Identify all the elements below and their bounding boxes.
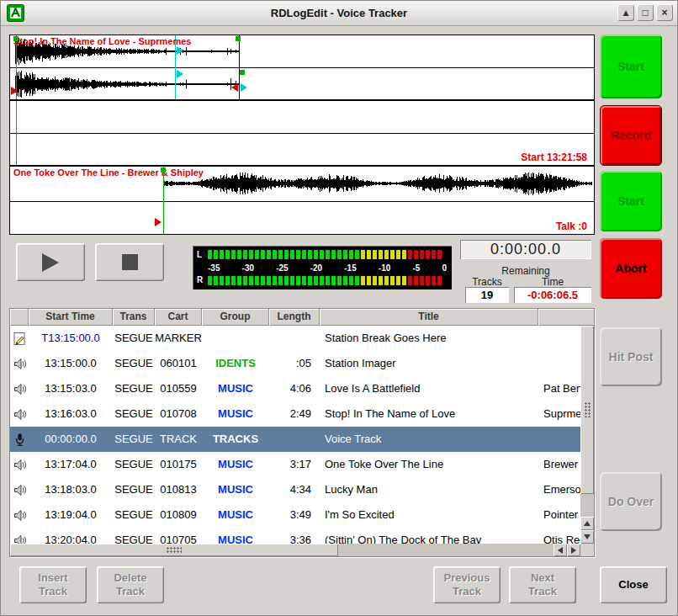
- close-button[interactable]: ×: [656, 4, 673, 21]
- led-segment: [225, 276, 230, 285]
- led-segment: [331, 276, 336, 285]
- shade-button[interactable]: ▴: [617, 4, 634, 21]
- maximize-button[interactable]: □: [637, 4, 654, 21]
- voice-track-panel[interactable]: Start 13:21:58: [9, 100, 595, 166]
- scroll-left-button[interactable]: [554, 544, 567, 556]
- meter-left-leds: [208, 250, 447, 259]
- play-button[interactable]: [16, 243, 85, 281]
- segue-marker-handle[interactable]: [161, 167, 166, 173]
- led-segment: [273, 250, 277, 259]
- start-marker-handle[interactable]: [13, 36, 19, 41]
- speaker-icon: [13, 483, 27, 497]
- end-marker-line[interactable]: [239, 35, 240, 99]
- start-marker-arrow[interactable]: [11, 87, 18, 95]
- audio-level-meter: L R -35-30-25-20-15-10-50: [193, 246, 452, 289]
- led-segment: [308, 250, 312, 259]
- insert-track-button[interactable]: Insert Track: [19, 566, 87, 603]
- column-header-icon[interactable]: [10, 309, 29, 326]
- do-over-button[interactable]: Do Over: [600, 472, 662, 531]
- log-row[interactable]: 13:19:04.0SEGUE010809MUSIC3:49I'm So Exc…: [10, 502, 580, 528]
- close-button[interactable]: Close: [600, 566, 667, 603]
- end-marker-handle[interactable]: [240, 70, 245, 75]
- led-segment: [326, 250, 330, 259]
- scroll-down-button[interactable]: [580, 530, 594, 544]
- led-segment: [214, 276, 218, 285]
- log-row[interactable]: 13:15:00.0SEGUE060101IDENTS:05Station Im…: [10, 351, 580, 376]
- vscroll-thumb[interactable]: [580, 326, 594, 494]
- record-position-line[interactable]: [16, 101, 17, 165]
- led-segment: [379, 276, 383, 285]
- led-segment: [420, 250, 424, 259]
- abort-button[interactable]: Abort: [600, 238, 662, 299]
- cell-trans: SEGUE: [113, 401, 155, 427]
- led-segment: [361, 250, 365, 259]
- column-header-cart[interactable]: Cart: [155, 309, 202, 326]
- stop-button[interactable]: [95, 243, 164, 281]
- led-segment: [396, 276, 400, 285]
- fade-marker-arrow[interactable]: [177, 70, 183, 78]
- cell-artist: Pointer Sist: [538, 502, 580, 528]
- log-row[interactable]: 00:00:00.0SEGUETRACKTRACKSVoice Track: [10, 427, 580, 452]
- meter-left-label: L: [197, 250, 205, 259]
- led-segment: [361, 276, 365, 285]
- end-marker-arrow[interactable]: [231, 83, 238, 92]
- column-header-artist[interactable]: [538, 309, 594, 326]
- log-row[interactable]: 13:16:03.0SEGUE010708MUSIC2:49Stop! In T…: [10, 401, 580, 427]
- cell-group: MUSIC: [202, 528, 269, 544]
- start-track2-button[interactable]: Start: [600, 171, 662, 231]
- scroll-up-button[interactable]: [580, 517, 594, 530]
- meter-scale-label: -15: [344, 263, 356, 273]
- column-header-trans[interactable]: Trans: [113, 309, 155, 326]
- delete-track-button[interactable]: Delete Track: [97, 566, 164, 603]
- cell-trans: SEGUE: [113, 351, 155, 376]
- column-header-length[interactable]: Length: [269, 309, 320, 326]
- log-body[interactable]: T13:15:00.0SEGUEMARKERStation Break Goes…: [10, 326, 580, 544]
- arrow-down-icon: [584, 534, 591, 539]
- end-marker-arrow[interactable]: [241, 83, 247, 92]
- record-button[interactable]: Record: [600, 105, 662, 166]
- fade-marker-arrow[interactable]: [177, 46, 183, 55]
- cell-title: Lucky Man: [320, 477, 538, 502]
- edit-icon: [13, 332, 27, 346]
- cell-cart: TRACK: [155, 427, 202, 452]
- led-segment: [343, 276, 347, 285]
- log-row[interactable]: 13:15:03.0SEGUE010559MUSIC4:06Love Is A …: [10, 376, 580, 401]
- column-header-start-time[interactable]: Start Time: [29, 309, 113, 326]
- log-row[interactable]: 13:17:04.0SEGUE010175MUSIC3:17One Toke O…: [10, 452, 580, 477]
- led-segment: [337, 250, 342, 259]
- led-segment: [367, 276, 371, 285]
- horizontal-scrollbar[interactable]: [10, 544, 580, 556]
- log-row[interactable]: 13:20:04.0SEGUE010705MUSIC3:36(Sittin' O…: [10, 528, 580, 544]
- column-header-title[interactable]: Title: [320, 309, 538, 326]
- meter-scale-label: -30: [242, 263, 254, 273]
- led-segment: [373, 276, 377, 285]
- speaker-icon: [13, 382, 27, 396]
- column-header-group[interactable]: Group: [202, 309, 269, 326]
- led-segment: [220, 250, 224, 259]
- vertical-scrollbar[interactable]: [580, 326, 594, 544]
- speaker-icon: [13, 534, 27, 544]
- microphone-icon: [13, 433, 27, 447]
- track1-waveform-panel[interactable]: Stop! In The Name of Love - Suprmemes: [9, 35, 595, 100]
- next-track-button[interactable]: Next Track: [509, 566, 576, 603]
- led-segment: [237, 276, 241, 285]
- scroll-right-button[interactable]: [567, 544, 580, 556]
- led-segment: [284, 276, 289, 285]
- talk-time-label: Talk :0: [556, 220, 587, 232]
- track2-waveform-panel[interactable]: One Toke Over The Line - Brewer & Shiple…: [9, 166, 595, 235]
- previous-track-button[interactable]: Previous Track: [433, 566, 501, 603]
- segue-marker-arrow[interactable]: [155, 218, 162, 226]
- end-marker-handle[interactable]: [236, 36, 241, 41]
- led-segment: [278, 276, 283, 285]
- remaining-tracks-label: Tracks: [465, 276, 509, 288]
- log-row[interactable]: T13:15:00.0SEGUEMARKERStation Break Goes…: [10, 326, 580, 351]
- hit-post-button[interactable]: Hit Post: [600, 327, 662, 386]
- start-track1-button[interactable]: Start: [600, 35, 662, 98]
- led-segment: [302, 276, 306, 285]
- cell-title: Love Is A Battlefield: [320, 376, 538, 401]
- led-segment: [308, 276, 312, 285]
- log-row[interactable]: 13:18:03.0SEGUE010813MUSIC4:34Lucky ManE…: [10, 477, 580, 502]
- cell-length: [269, 326, 320, 351]
- hscroll-thumb[interactable]: [10, 544, 338, 556]
- cell-cart: MARKER: [155, 326, 202, 351]
